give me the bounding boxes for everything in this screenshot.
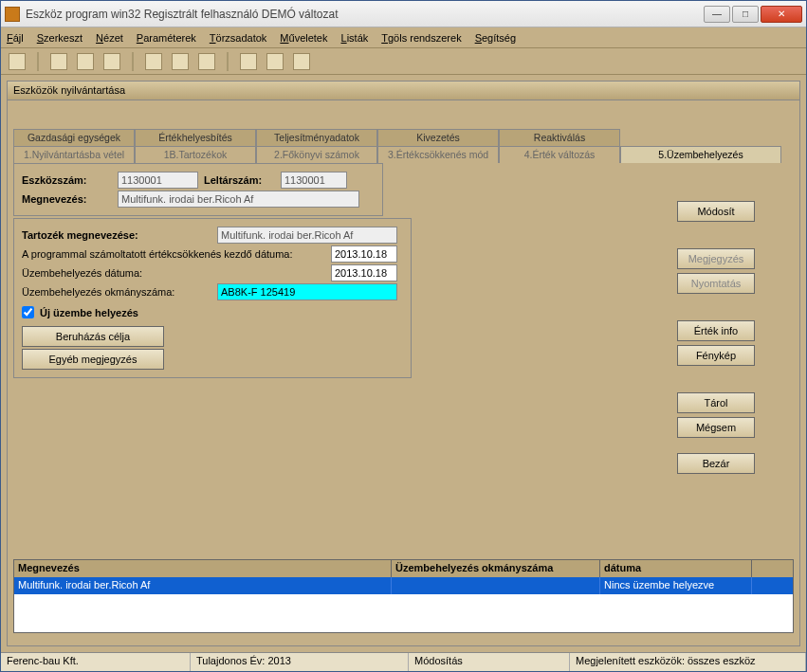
menu-fajl[interactable]: Fájl bbox=[7, 32, 24, 44]
toolbar-icon-4[interactable] bbox=[103, 53, 120, 70]
status-company: Ferenc-bau Kft. bbox=[1, 653, 191, 671]
menu-muveletek[interactable]: Műveletek bbox=[280, 32, 327, 44]
client-area: Eszközök nyilvántartása Gazdasági egység… bbox=[1, 75, 806, 652]
menu-segitseg[interactable]: Segítség bbox=[475, 32, 516, 44]
window-title: Eszköz program win32 Regisztrált felhasz… bbox=[26, 8, 704, 21]
status-year: Tulajdonos Év: 2013 bbox=[191, 653, 409, 671]
panel-title: Eszközök nyilvántartása bbox=[8, 82, 799, 100]
okm-field[interactable] bbox=[217, 283, 397, 300]
app-icon bbox=[5, 7, 20, 22]
grid-cell-okm bbox=[392, 577, 600, 594]
menu-listak[interactable]: Listák bbox=[341, 32, 369, 44]
eszkozszam-field[interactable] bbox=[118, 172, 198, 189]
tartozek-label: Tartozék megnevezése: bbox=[22, 229, 211, 241]
toolbar-icon-1[interactable] bbox=[9, 53, 26, 70]
maximize-button[interactable]: □ bbox=[732, 6, 759, 23]
tab-gazdasagi[interactable]: Gazdasági egységek bbox=[13, 129, 135, 146]
tartozek-field[interactable] bbox=[217, 227, 397, 244]
close-button[interactable]: ✕ bbox=[761, 6, 802, 23]
data-grid: Megnevezés Üzembehelyezés okmányszáma dá… bbox=[13, 559, 794, 633]
tabs-row-2: 1.Nyilvántartásba vétel 1B.Tartozékok 2.… bbox=[13, 146, 794, 163]
tab-ertekvaltozas[interactable]: 4.Érték változás bbox=[499, 146, 620, 163]
grid-row[interactable]: Multifunk. irodai ber.Ricoh Af Nincs üze… bbox=[14, 577, 793, 594]
modosit-button[interactable]: Módosít bbox=[677, 201, 755, 222]
tab-teljesitmeny[interactable]: Teljesítményadatok bbox=[256, 129, 377, 146]
megsem-button[interactable]: Mégsem bbox=[677, 417, 755, 438]
minimize-button[interactable]: — bbox=[704, 6, 730, 23]
egyeb-button[interactable]: Egyéb megjegyzés bbox=[22, 349, 164, 370]
megnevezes-field[interactable] bbox=[118, 191, 359, 208]
nyomtatas-button[interactable]: Nyomtatás bbox=[677, 273, 755, 294]
menu-torzsadatok[interactable]: Törzsadatok bbox=[210, 32, 267, 44]
titlebar: Eszköz program win32 Regisztrált felhasz… bbox=[1, 1, 806, 27]
grid-col-datuma[interactable]: dátuma bbox=[600, 560, 752, 577]
prg-date-field[interactable] bbox=[331, 245, 397, 263]
statusbar: Ferenc-bau Kft. Tulajdonos Év: 2013 Módo… bbox=[1, 652, 806, 671]
grid-cell-meg: Multifunk. irodai ber.Ricoh Af bbox=[14, 577, 392, 594]
ertek-info-button[interactable]: Érték info bbox=[677, 320, 755, 341]
toolbar-icon-10[interactable] bbox=[293, 53, 310, 70]
toolbar bbox=[1, 48, 806, 75]
main-panel: Eszközök nyilvántartása Gazdasági egység… bbox=[7, 81, 800, 646]
okm-label: Üzembehelyezés okmányszáma: bbox=[22, 286, 211, 298]
toolbar-icon-5[interactable] bbox=[145, 53, 162, 70]
app-window: Eszköz program win32 Regisztrált felhasz… bbox=[0, 0, 807, 672]
uzdat-label: Üzembehelyezés dátuma: bbox=[22, 267, 325, 279]
toolbar-icon-6[interactable] bbox=[172, 53, 189, 70]
menu-parameterek[interactable]: Paraméterek bbox=[137, 32, 196, 44]
grid-empty-area bbox=[14, 594, 793, 632]
tab-fokonyvi[interactable]: 2.Főkönyvi számok bbox=[256, 146, 377, 163]
grid-col-megnevezes[interactable]: Megnevezés bbox=[14, 560, 392, 577]
menu-nezet[interactable]: Nézet bbox=[96, 32, 123, 44]
eszkozszam-label: Eszközszám: bbox=[22, 174, 112, 186]
tab-kivezetes[interactable]: Kivezetés bbox=[377, 129, 499, 146]
tab-nyilvantartas[interactable]: 1.Nyilvántartásba vétel bbox=[13, 146, 135, 163]
bezar-button[interactable]: Bezár bbox=[677, 453, 755, 474]
uzdat-field[interactable] bbox=[331, 264, 397, 282]
menu-tgols[interactable]: Tgöls rendszerek bbox=[381, 32, 461, 44]
menubar: Fájl Szerkeszt Nézet Paraméterek Törzsad… bbox=[1, 27, 806, 48]
tarol-button[interactable]: Tárol bbox=[677, 392, 755, 413]
leltarszam-label: Leltárszám: bbox=[204, 174, 275, 186]
status-mode: Módosítás bbox=[409, 653, 570, 671]
tabs-row-1: Gazdasági egységek Értékhelyesbítés Telj… bbox=[13, 129, 794, 146]
grid-col-okm[interactable]: Üzembehelyezés okmányszáma bbox=[392, 560, 600, 577]
tab-reaktivalas[interactable]: Reaktiválás bbox=[499, 129, 620, 146]
toolbar-icon-8[interactable] bbox=[240, 53, 257, 70]
menu-szerkeszt[interactable]: Szerkeszt bbox=[37, 32, 83, 44]
toolbar-icon-2[interactable] bbox=[50, 53, 67, 70]
status-filter: Megjelenített eszközök: összes eszköz bbox=[570, 653, 806, 671]
toolbar-icon-7[interactable] bbox=[198, 53, 215, 70]
tab-ertekhely[interactable]: Értékhelyesbítés bbox=[135, 129, 256, 146]
uj-uzembe-checkbox[interactable] bbox=[22, 306, 34, 318]
megnevezes-label: Megnevezés: bbox=[22, 193, 112, 205]
grid-cell-dat: Nincs üzembe helyezve bbox=[600, 577, 752, 594]
tab-ertekcsokkenes[interactable]: 3.Értékcsökkenés mód bbox=[377, 146, 499, 163]
megjegyzes-button[interactable]: Megjegyzés bbox=[677, 248, 755, 269]
prg-label: A programmal számoltatott értékcsökkenés… bbox=[22, 248, 325, 260]
toolbar-icon-3[interactable] bbox=[77, 53, 94, 70]
toolbar-icon-9[interactable] bbox=[266, 53, 284, 70]
beruhazas-button[interactable]: Beruházás célja bbox=[22, 326, 164, 347]
uj-uzembe-label: Új üzembe helyezés bbox=[40, 307, 138, 318]
tab-tartozekok[interactable]: 1B.Tartozékok bbox=[135, 146, 256, 163]
tab-uzembehelyezes[interactable]: 5.Üzembehelyezés bbox=[620, 146, 781, 163]
leltarszam-field[interactable] bbox=[281, 172, 347, 189]
fenykep-button[interactable]: Fénykép bbox=[677, 345, 755, 366]
